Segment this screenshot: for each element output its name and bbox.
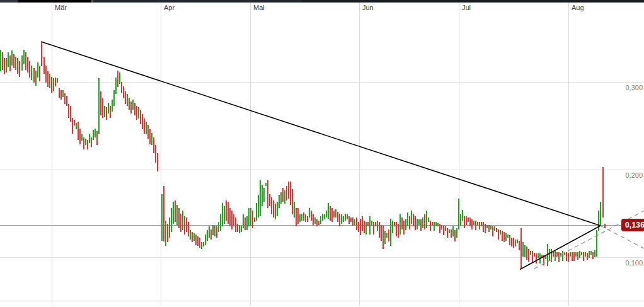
candlestick-chart-canvas[interactable]: MärAprMaiJunJulAug0,3000,2000,100 0,1364 [0,0,644,307]
last-price-label: 0,1364 [625,221,644,229]
last-price-badge: 0,1364 [621,219,644,231]
trendline-layer[interactable] [0,0,644,307]
trendline-solid[interactable] [520,226,601,270]
trendline-solid[interactable] [41,42,601,226]
